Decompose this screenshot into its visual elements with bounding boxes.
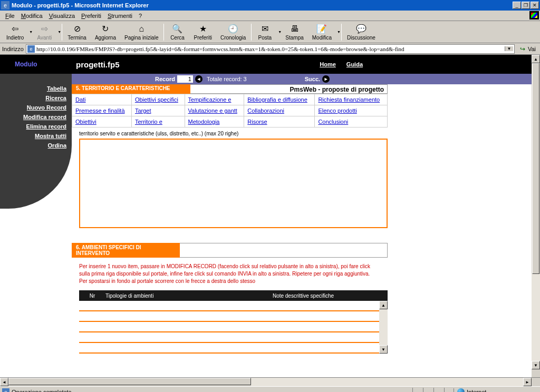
edit-icon: 📝 (316, 24, 327, 34)
search-icon: 🔍 (172, 24, 182, 34)
section6-instructions: Per inserire 1 nuovo item, passare in MO… (72, 258, 380, 290)
territory-description-box[interactable] (79, 139, 388, 228)
record-next-icon[interactable]: ► (322, 75, 330, 83)
record-prev-icon[interactable]: ◄ (195, 75, 202, 83)
toolbar-separator (251, 24, 252, 41)
table-header-tipologie: Tipologie di ambienti (105, 293, 219, 299)
menu-modifica[interactable]: Modifica (18, 12, 46, 20)
table-scrollbar[interactable]: ▲ ▼ (379, 301, 388, 354)
edit-button[interactable]: 📝 Modifica (308, 22, 336, 42)
mail-icon: ✉ (259, 24, 270, 34)
horizontal-scrollbar[interactable]: ◄ ► (0, 378, 540, 386)
print-button[interactable]: 🖶 Stampa (281, 22, 307, 42)
favorites-icon: ★ (198, 24, 208, 34)
sidebar-item-mostra-tutti[interactable]: Mostra tutti (0, 133, 66, 139)
sidebar-item-nuovo-record[interactable]: Nuovo Record (0, 104, 66, 111)
link-conclusioni[interactable]: Conclusioni (318, 119, 348, 125)
link-richiesta-finanziamento[interactable]: Richiesta finanziamento (318, 96, 380, 103)
table-row[interactable] (79, 332, 379, 343)
statusbar-pane (433, 388, 443, 393)
history-button[interactable]: 🕘 Cronologia (216, 22, 250, 42)
search-button[interactable]: 🔍 Cerca (165, 22, 189, 42)
link-obiettivi-specifici[interactable]: Obiettivi specifici (135, 96, 178, 103)
link-collaborazioni[interactable]: Collaborazioni (247, 107, 284, 114)
addressbar-field-wrap[interactable]: e ▼ (26, 44, 515, 54)
refresh-icon: ↻ (100, 24, 111, 34)
go-button[interactable]: ↪ Vai (517, 45, 538, 53)
addressbar-dropdown-icon[interactable]: ▼ (505, 46, 513, 51)
page-status-icon: e (2, 388, 9, 393)
forward-dropdown-icon[interactable]: ▼ (57, 30, 61, 34)
scroll-down-icon[interactable]: ▼ (379, 345, 388, 354)
discuss-button[interactable]: 💬 Discussione (343, 22, 380, 42)
link-premesse[interactable]: Premesse e finalità (75, 107, 125, 114)
menu-visualizza[interactable]: Visualizza (46, 12, 78, 20)
addressbar-input[interactable] (36, 46, 505, 52)
home-button[interactable]: ⌂ Pagina iniziale (120, 22, 163, 42)
stop-icon: ⊘ (72, 24, 82, 34)
print-icon: 🖶 (290, 24, 300, 34)
scroll-up-icon[interactable]: ▲ (379, 301, 388, 309)
minimize-button[interactable]: _ (513, 2, 521, 9)
content-area: Modulo progetti.fp5 Home Guida Tabella R… (0, 55, 540, 378)
windows-logo-icon (529, 11, 539, 19)
scroll-left-icon[interactable]: ◄ (0, 378, 8, 386)
sidebar-item-ordina[interactable]: Ordina (0, 142, 66, 149)
sidebar: Tabella Ricerca Nuovo Record Modifica re… (0, 74, 72, 377)
link-risorse[interactable]: Risorse (247, 119, 267, 125)
menu-help[interactable]: ? (136, 12, 145, 20)
edit-dropdown-icon[interactable]: ▼ (337, 30, 340, 34)
stop-button[interactable]: ⊘ Termina (63, 22, 91, 42)
table-row[interactable] (79, 301, 379, 311)
favorites-button[interactable]: ★ Preferiti (189, 22, 216, 42)
refresh-button[interactable]: ↻ Aggiorna (91, 22, 120, 42)
security-zone[interactable]: Internet (454, 388, 538, 393)
section6: 6. AMBIENTI SPECIFICI DI INTERVENTO Per … (72, 243, 532, 354)
mail-button[interactable]: ✉ Posta (253, 22, 277, 42)
close-button[interactable]: ✕ (531, 2, 539, 9)
forward-arrow-icon: ⇨ (39, 24, 50, 34)
table-header-nr: Nr (79, 293, 105, 299)
menu-strumenti[interactable]: Strumenti (104, 12, 136, 20)
link-target[interactable]: Target (135, 107, 151, 114)
table-row[interactable] (79, 311, 379, 322)
page-icon: e (27, 45, 35, 53)
link-home[interactable]: Home (320, 61, 336, 67)
page-title: progetti.fp5 (72, 60, 320, 69)
restore-button[interactable]: ❐ (522, 2, 530, 9)
record-next-label: Succ. (305, 76, 320, 82)
window-title: Modulo - progetti.fp5 - Microsoft Intern… (12, 2, 513, 8)
table-row[interactable] (79, 322, 379, 332)
scroll-up-icon[interactable]: ▲ (532, 55, 540, 63)
link-metodologia[interactable]: Metodologia (188, 119, 220, 125)
statusbar-pane (444, 388, 454, 393)
back-button[interactable]: ⇦ Indietro (2, 22, 28, 42)
statusbar: e Operazione completata Internet (0, 386, 540, 392)
sidebar-item-elimina-record[interactable]: Elimina record (0, 123, 66, 130)
link-territorio[interactable]: Territorio e (135, 119, 162, 125)
menu-preferiti[interactable]: Preferiti (78, 12, 104, 20)
record-number-input[interactable] (177, 75, 193, 83)
vertical-scrollbar[interactable]: ▲ ▼ (532, 55, 540, 377)
statusbar-text: Operazione completata (12, 389, 412, 393)
link-dati[interactable]: Dati (75, 96, 86, 103)
link-bibliografia[interactable]: Bibliografia e diffusione (247, 96, 307, 103)
sidebar-item-modifica-record[interactable]: Modifica record (0, 114, 66, 120)
sidebar-item-ricerca[interactable]: Ricerca (0, 95, 66, 101)
scroll-down-icon[interactable]: ▼ (532, 361, 540, 369)
link-tempificazione[interactable]: Tempificazione e (188, 96, 232, 103)
section6-title: 6. AMBIENTI SPECIFICI DI INTERVENTO (72, 243, 180, 258)
link-guide[interactable]: Guida (346, 61, 363, 67)
record-label: Record (155, 76, 175, 82)
forward-button: ⇨ Avanti (32, 22, 56, 42)
toolbar: ⇦ Indietro ▼ ⇨ Avanti ▼ ⊘ Termina ↻ Aggi… (0, 21, 540, 43)
link-elenco-prodotti[interactable]: Elenco prodotti (318, 107, 356, 114)
table-row[interactable] (79, 343, 379, 354)
menu-file[interactable]: File (2, 12, 18, 20)
ie-icon: e (1, 1, 9, 9)
scroll-right-icon[interactable]: ► (523, 378, 532, 386)
sidebar-item-tabella[interactable]: Tabella (0, 85, 66, 92)
link-valutazione[interactable]: Valutazione e gantt (188, 107, 237, 114)
statusbar-pane (412, 388, 422, 393)
link-obiettivi[interactable]: Obiettivi (75, 119, 97, 125)
